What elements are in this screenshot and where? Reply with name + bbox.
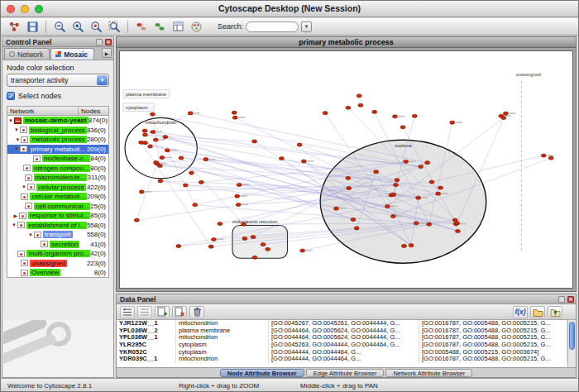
- network-node[interactable]: [142, 141, 147, 145]
- tree-row[interactable]: ▶response to stimul...85(0): [7, 211, 108, 221]
- close-panel-icon[interactable]: ✕: [105, 39, 112, 45]
- tree-row[interactable]: ▼biological_process836(0): [7, 126, 108, 136]
- show-all-icon[interactable]: [151, 19, 168, 34]
- tree-row[interactable]: multi-organism pro...42(0): [7, 249, 108, 259]
- network-node[interactable]: [237, 183, 242, 186]
- network-view-frame[interactable]: primary metabolic process plasma membran…: [116, 36, 577, 292]
- tab-scroll-right-icon[interactable]: ▶: [102, 48, 112, 58]
- network-node[interactable]: [347, 186, 352, 189]
- tab-mosaic[interactable]: Mosaic: [50, 48, 94, 60]
- hide-selected-icon[interactable]: [133, 19, 150, 34]
- title-bar[interactable]: Cytoscape Desktop (New Session): [1, 1, 578, 17]
- network-node[interactable]: [236, 203, 241, 206]
- zoom-selected-icon[interactable]: [88, 19, 104, 34]
- tree-label[interactable]: cellular metaboli...: [30, 193, 86, 200]
- network-node[interactable]: [391, 193, 396, 196]
- network-node[interactable]: [390, 214, 395, 218]
- network-node[interactable]: [427, 222, 432, 226]
- table-row[interactable]: YJR121W__1mitochondrion[GO:0045267, GO:0…: [117, 320, 567, 327]
- network-node[interactable]: [400, 126, 405, 129]
- network-node[interactable]: [252, 140, 257, 143]
- network-node[interactable]: [157, 164, 162, 167]
- network-node[interactable]: [501, 116, 506, 119]
- network-node[interactable]: [429, 180, 434, 184]
- tree-expander-icon[interactable]: ▼: [21, 184, 27, 189]
- network-node[interactable]: [392, 115, 397, 118]
- unselect-attributes-icon[interactable]: [137, 306, 152, 318]
- network-node[interactable]: [251, 235, 256, 238]
- network-node[interactable]: [211, 237, 216, 241]
- tree-expander-icon[interactable]: ▼: [13, 146, 20, 151]
- tree-label[interactable]: establishment of l...: [26, 222, 87, 229]
- tree-row[interactable]: macromolecule...311(0): [7, 173, 108, 183]
- scrollbar-thumb[interactable]: [569, 322, 575, 350]
- network-node[interactable]: [154, 160, 159, 164]
- network-node[interactable]: [334, 207, 339, 210]
- network-node[interactable]: [165, 149, 170, 152]
- network-node[interactable]: [218, 222, 223, 225]
- tree-label[interactable]: transport: [43, 231, 73, 238]
- zoom-in-icon[interactable]: [69, 19, 86, 34]
- tree-row[interactable]: secretion41(0): [7, 240, 108, 250]
- tree-row[interactable]: cell communicat...25(0): [7, 202, 108, 212]
- network-node[interactable]: [183, 184, 188, 187]
- network-node[interactable]: [402, 244, 407, 247]
- table-row[interactable]: YPL036W__1mitochondrion[GO:0044464, GO:0…: [117, 334, 567, 342]
- tree-label[interactable]: unassigned: [30, 260, 67, 267]
- network-canvas[interactable]: plasma membrane cytoplasm mitochondrion …: [119, 50, 573, 289]
- network-node[interactable]: [548, 156, 553, 160]
- network-node[interactable]: [450, 121, 455, 124]
- network-node[interactable]: [409, 244, 414, 247]
- trash-icon[interactable]: [189, 306, 204, 318]
- tree-expander-icon[interactable]: ▼: [27, 232, 34, 237]
- network-node[interactable]: [279, 157, 284, 160]
- network-node[interactable]: [134, 218, 139, 222]
- save-session-icon[interactable]: [24, 19, 41, 34]
- table-row[interactable]: YPL036W__2plasma membrane[GO:0044464, GO…: [117, 327, 567, 335]
- tree-label[interactable]: mosaic-demo-yeast: [23, 117, 89, 124]
- formula-builder-icon[interactable]: f(x): [513, 306, 528, 318]
- tree-label[interactable]: cell communicat...: [34, 203, 90, 210]
- network-node[interactable]: [346, 176, 351, 179]
- network-node[interactable]: [151, 130, 156, 133]
- zoom-window-icon[interactable]: [35, 5, 43, 13]
- tree-label[interactable]: response to stimul...: [28, 212, 91, 219]
- tree-expander-icon[interactable]: ▶: [12, 213, 19, 218]
- tree-row[interactable]: ▼primary metaboli...209(0): [7, 145, 108, 155]
- network-node[interactable]: [438, 186, 443, 189]
- network-node[interactable]: [301, 160, 306, 163]
- network-node[interactable]: [414, 222, 419, 225]
- network-view-title[interactable]: primary metabolic process: [117, 37, 576, 48]
- network-node[interactable]: [455, 229, 460, 232]
- tree-row[interactable]: nucleobase-c...84(0): [7, 154, 108, 164]
- close-panel-icon[interactable]: ✕: [567, 296, 574, 303]
- table-row[interactable]: YLR295Ccytoplasm[GO:0045263, GO:0044444,…: [117, 342, 567, 349]
- network-node[interactable]: [356, 94, 361, 98]
- tree-row[interactable]: ▼transport558(0): [7, 230, 108, 240]
- network-node[interactable]: [235, 194, 240, 198]
- network-node[interactable]: [176, 244, 181, 247]
- tree-row[interactable]: unassigned223(0): [7, 259, 108, 269]
- float-panel-icon[interactable]: [96, 39, 103, 45]
- network-node[interactable]: [436, 192, 441, 195]
- tree-expander-icon[interactable]: ▼: [13, 127, 20, 132]
- network-node[interactable]: [412, 114, 417, 117]
- network-node[interactable]: [142, 133, 147, 136]
- tree-expander-icon[interactable]: ▼: [7, 118, 14, 123]
- zoom-fit-icon[interactable]: [106, 19, 122, 34]
- import-attributes-icon[interactable]: [530, 306, 545, 318]
- network-node[interactable]: [541, 154, 546, 157]
- network-node[interactable]: [351, 218, 356, 221]
- tree-column-nodes[interactable]: Nodes: [79, 108, 108, 115]
- tree-expander-icon[interactable]: ▼: [11, 222, 17, 227]
- tree-label[interactable]: macromolecule...: [34, 174, 88, 181]
- network-node[interactable]: [416, 196, 421, 199]
- network-node[interactable]: [266, 247, 270, 251]
- select-attributes-icon[interactable]: [120, 306, 135, 318]
- table-row[interactable]: YKR052Ccytoplasm[GO:0044444, GO:0044464,…: [117, 349, 567, 356]
- network-node[interactable]: [503, 112, 508, 115]
- network-node[interactable]: [242, 237, 247, 240]
- network-node[interactable]: [404, 160, 409, 163]
- tree-row[interactable]: ▼cellular process422(0): [7, 183, 108, 193]
- network-node[interactable]: [393, 183, 398, 186]
